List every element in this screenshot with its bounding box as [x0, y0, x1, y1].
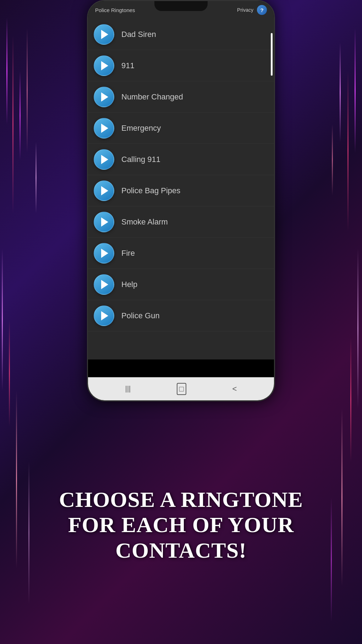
play-button-1[interactable]: [94, 24, 114, 45]
play-button-5[interactable]: [94, 149, 114, 170]
ringtone-list: Dad Siren 911 Number Changed Emergency C…: [88, 19, 274, 331]
play-icon: [101, 186, 108, 195]
ringtone-name: Police Bag Pipes: [121, 186, 180, 195]
list-item[interactable]: 911: [88, 50, 274, 81]
play-icon: [101, 311, 108, 320]
list-item[interactable]: Dad Siren: [88, 19, 274, 50]
notch: [154, 1, 208, 11]
play-icon: [101, 30, 108, 39]
play-icon: [101, 124, 108, 133]
nav-home-icon[interactable]: □: [177, 383, 186, 395]
play-button-7[interactable]: [94, 212, 114, 232]
play-button-3[interactable]: [94, 87, 114, 107]
ringtone-list-container: Dad Siren 911 Number Changed Emergency C…: [88, 19, 274, 359]
play-button-9[interactable]: [94, 274, 114, 295]
play-icon: [101, 61, 108, 70]
phone-frame: Police Ringtones Privacy ? Dad Siren 911: [87, 0, 275, 401]
play-button-4[interactable]: [94, 118, 114, 139]
nav-menu-icon[interactable]: |||: [125, 385, 131, 393]
play-icon: [101, 92, 108, 102]
play-icon: [101, 155, 108, 164]
promo-section: Choose a ringtonefor each of yourcontact…: [0, 406, 362, 644]
play-button-10[interactable]: [94, 305, 114, 326]
play-icon: [101, 249, 108, 258]
promo-text: Choose a ringtonefor each of yourcontact…: [59, 487, 303, 563]
help-button[interactable]: ?: [257, 5, 267, 15]
ringtone-name: Fire: [121, 249, 135, 258]
phone-bottom-bar: [88, 359, 274, 377]
navigation-bar: ||| □ <: [88, 377, 274, 400]
privacy-link[interactable]: Privacy: [237, 7, 253, 13]
ringtone-name: Number Changed: [121, 92, 183, 102]
play-button-8[interactable]: [94, 243, 114, 264]
list-item[interactable]: Help: [88, 269, 274, 300]
promo-line1: Choose a ringtonefor each of yourcontact…: [59, 487, 303, 562]
nav-back-icon[interactable]: <: [232, 384, 237, 394]
list-item[interactable]: Fire: [88, 238, 274, 269]
ringtone-name: Police Gun: [121, 311, 160, 320]
phone-inner: Police Ringtones Privacy ? Dad Siren 911: [88, 1, 274, 400]
list-item[interactable]: Smoke Alarm: [88, 206, 274, 238]
ringtone-name: Dad Siren: [121, 30, 156, 39]
ringtone-name: Smoke Alarm: [121, 217, 168, 227]
play-button-2[interactable]: [94, 55, 114, 76]
play-icon: [101, 280, 108, 289]
app-title: Police Ringtones: [95, 7, 135, 13]
app-header: Police Ringtones Privacy ?: [88, 1, 274, 19]
list-item[interactable]: Calling 911: [88, 144, 274, 175]
ringtone-name: Calling 911: [121, 155, 160, 164]
ringtone-name: Help: [121, 280, 137, 289]
list-item[interactable]: Number Changed: [88, 81, 274, 113]
list-item[interactable]: Police Gun: [88, 300, 274, 331]
ringtone-name: Emergency: [121, 124, 161, 133]
play-button-6[interactable]: [94, 180, 114, 201]
play-icon: [101, 217, 108, 227]
header-right: Privacy ?: [237, 5, 267, 15]
ringtone-name: 911: [121, 61, 135, 70]
scrollbar[interactable]: [271, 33, 273, 76]
list-item[interactable]: Police Bag Pipes: [88, 175, 274, 206]
list-item[interactable]: Emergency: [88, 113, 274, 144]
